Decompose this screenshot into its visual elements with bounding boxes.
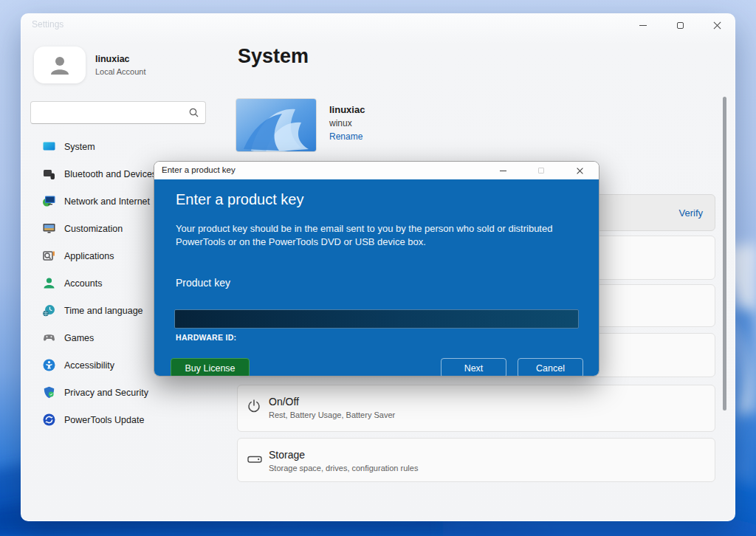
sidebar-item-system[interactable]: System bbox=[21, 133, 236, 160]
sidebar-item-label: Time and language bbox=[64, 306, 143, 316]
dialog-body: Enter a product key Your product key sho… bbox=[154, 179, 599, 377]
bloom-thumbnail-image bbox=[236, 99, 317, 152]
minimize-icon bbox=[500, 171, 506, 171]
dialog-controls bbox=[494, 162, 588, 179]
dialog-description: Your product key should be in the email … bbox=[176, 222, 579, 250]
window-controls bbox=[634, 14, 726, 36]
dialog-heading: Enter a product key bbox=[176, 191, 303, 208]
device-model: winux bbox=[329, 118, 352, 128]
next-button[interactable]: Next bbox=[441, 358, 506, 377]
maximize-icon bbox=[677, 22, 684, 29]
product-key-label: Product key bbox=[176, 277, 230, 289]
bluetooth-devices-icon bbox=[42, 167, 56, 181]
dialog-title: Enter a product key bbox=[162, 165, 236, 174]
search-icon[interactable] bbox=[189, 108, 199, 117]
close-icon bbox=[713, 21, 721, 29]
buy-license-button[interactable]: Buy License bbox=[171, 358, 250, 377]
dialog-minimize-button[interactable] bbox=[494, 162, 512, 179]
sidebar-item-privacy-security[interactable]: Privacy and Security bbox=[21, 379, 236, 406]
dialog-close-button[interactable] bbox=[571, 162, 588, 179]
desktop: Settings linuxiac Local Account bbox=[0, 0, 756, 536]
time-language-icon bbox=[42, 303, 56, 317]
user-name: linuxiac bbox=[95, 54, 130, 64]
privacy-security-icon bbox=[42, 385, 56, 399]
sidebar-item-label: System bbox=[64, 142, 95, 152]
power-row-title: On/Off bbox=[269, 396, 299, 408]
close-button[interactable] bbox=[708, 16, 726, 34]
cancel-button[interactable]: Cancel bbox=[518, 358, 583, 377]
rename-link[interactable]: Rename bbox=[329, 131, 362, 142]
close-icon bbox=[577, 168, 583, 174]
avatar[interactable] bbox=[34, 47, 86, 83]
search-box bbox=[30, 101, 206, 124]
system-icon bbox=[42, 140, 56, 154]
storage-row-subtitle: Storage space, drives, configuration rul… bbox=[269, 464, 418, 473]
sidebar-item-powertools-update[interactable]: PowerTools Update bbox=[21, 406, 236, 433]
customization-icon bbox=[42, 221, 56, 236]
device-name: linuxiac bbox=[329, 104, 365, 115]
sidebar-item-label: Accounts bbox=[64, 278, 102, 289]
maximize-button[interactable] bbox=[671, 16, 689, 34]
sidebar-item-label: PowerTools Update bbox=[64, 415, 144, 425]
page-title: System bbox=[238, 45, 309, 68]
sidebar-item-label: Bluetooth and Devices bbox=[64, 169, 157, 179]
network-icon bbox=[42, 194, 56, 208]
dialog-titlebar: Enter a product key bbox=[154, 162, 599, 179]
storage-icon bbox=[247, 452, 263, 467]
search-input[interactable] bbox=[35, 102, 183, 123]
sidebar-item-label: Network and Internet bbox=[64, 196, 150, 207]
maximize-icon bbox=[538, 168, 544, 173]
update-icon bbox=[42, 413, 56, 427]
sidebar-item-label: Applications bbox=[64, 251, 114, 261]
minimize-icon bbox=[639, 25, 647, 26]
accounts-icon bbox=[42, 276, 56, 290]
power-row-subtitle: Rest, Battery Usage, Battery Saver bbox=[269, 410, 395, 419]
sidebar-item-label: Games bbox=[64, 333, 94, 343]
storage-row[interactable]: Storage Storage space, drives, configura… bbox=[237, 438, 715, 482]
hardware-id-label: HARDWARE ID: bbox=[176, 333, 236, 342]
sidebar-item-label: Customization bbox=[64, 224, 123, 234]
product-key-dialog: Enter a product key Enter a product key … bbox=[154, 161, 599, 377]
dialog-maximize-button bbox=[532, 162, 550, 179]
sidebar-item-label: Accessibility bbox=[64, 360, 114, 371]
applications-icon bbox=[42, 249, 56, 263]
storage-row-title: Storage bbox=[269, 449, 305, 461]
sidebar-item-label: Privacy and Security bbox=[64, 388, 148, 398]
minimize-button[interactable] bbox=[634, 16, 652, 34]
product-key-input[interactable] bbox=[174, 309, 579, 329]
power-row[interactable]: On/Off Rest, Battery Usage, Battery Save… bbox=[237, 385, 715, 432]
power-icon bbox=[247, 399, 261, 413]
user-account-type: Local Account bbox=[95, 67, 146, 76]
accessibility-icon bbox=[42, 358, 56, 372]
verify-link[interactable]: Verify bbox=[678, 207, 703, 219]
window-title: Settings bbox=[32, 19, 63, 30]
person-icon bbox=[47, 52, 72, 78]
scrollbar[interactable] bbox=[723, 97, 726, 410]
games-icon bbox=[42, 331, 56, 345]
device-wallpaper-thumbnail bbox=[236, 98, 317, 152]
